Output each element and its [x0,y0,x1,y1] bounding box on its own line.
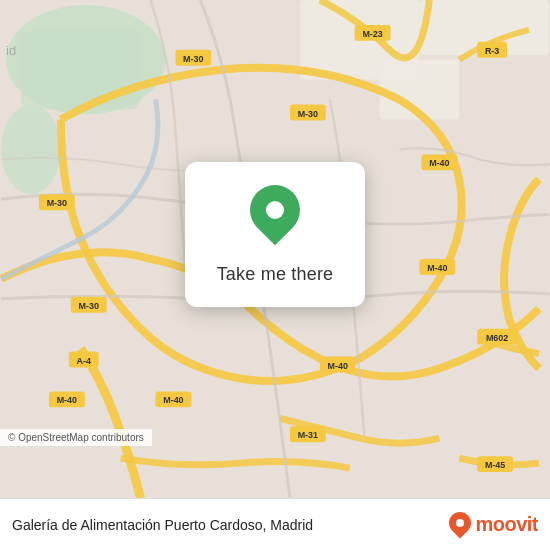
svg-rect-2 [21,30,141,110]
app: M-30 M-30 M-40 M-40 M-40 M-40 M-40 M-23 … [0,0,550,550]
svg-text:id: id [6,43,16,58]
navigation-card: Take me there [185,162,365,307]
map-pin-container [245,180,305,250]
svg-text:M-40: M-40 [57,395,77,405]
svg-text:R-3: R-3 [485,46,499,56]
svg-text:M-30: M-30 [183,54,203,64]
svg-text:M-30: M-30 [298,109,318,119]
moovit-logo: moovit [449,512,538,538]
location-pin-icon [250,185,300,245]
svg-point-3 [1,105,61,195]
place-name: Galería de Alimentación Puerto Cardoso, … [12,517,449,533]
svg-text:M-45: M-45 [485,460,505,470]
svg-text:M-40: M-40 [429,158,449,168]
svg-text:M-40: M-40 [427,263,447,273]
map-area[interactable]: M-30 M-30 M-40 M-40 M-40 M-40 M-40 M-23 … [0,0,550,498]
svg-text:M602: M602 [486,333,508,343]
map-attribution: © OpenStreetMap contributors [0,429,152,446]
svg-text:M-40: M-40 [163,395,183,405]
svg-text:A-4: A-4 [77,356,91,366]
bottom-info-bar: Galería de Alimentación Puerto Cardoso, … [0,498,550,550]
moovit-pin-icon [449,512,471,538]
svg-text:M-31: M-31 [298,430,318,440]
pin-inner-circle [266,201,284,219]
svg-text:M-23: M-23 [362,29,382,39]
svg-text:M-40: M-40 [328,361,348,371]
moovit-logo-text: moovit [475,513,538,536]
svg-text:M-30: M-30 [79,301,99,311]
moovit-pin-inner [456,519,464,527]
svg-text:M-30: M-30 [47,198,67,208]
take-me-there-button[interactable]: Take me there [217,260,334,289]
